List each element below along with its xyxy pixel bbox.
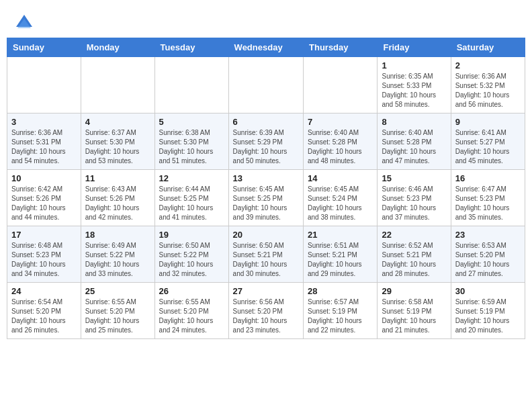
day-info: Sunrise: 6:48 AM Sunset: 5:23 PM Dayligh… [11, 241, 77, 279]
calendar-table: SundayMondayTuesdayWednesdayThursdayFrid… [7, 38, 525, 339]
calendar-week-5: 24Sunrise: 6:54 AM Sunset: 5:20 PM Dayli… [7, 283, 525, 339]
calendar-cell: 28Sunrise: 6:57 AM Sunset: 5:19 PM Dayli… [304, 283, 378, 339]
calendar-cell: 20Sunrise: 6:50 AM Sunset: 5:21 PM Dayli… [228, 226, 303, 283]
day-number: 18 [85, 230, 150, 240]
logo [13, 12, 34, 31]
calendar-week-2: 3Sunrise: 6:36 AM Sunset: 5:31 PM Daylig… [7, 113, 525, 170]
calendar-header: SundayMondayTuesdayWednesdayThursdayFrid… [7, 38, 525, 57]
day-number: 12 [159, 173, 224, 183]
day-number: 21 [308, 230, 373, 240]
calendar-cell: 1Sunrise: 6:35 AM Sunset: 5:33 PM Daylig… [378, 57, 451, 113]
day-number: 11 [85, 173, 150, 183]
day-number: 14 [308, 173, 373, 183]
logo-icon [15, 12, 34, 31]
day-info: Sunrise: 6:56 AM Sunset: 5:20 PM Dayligh… [233, 298, 299, 335]
day-info: Sunrise: 6:45 AM Sunset: 5:25 PM Dayligh… [233, 185, 299, 222]
calendar-cell [7, 57, 81, 113]
day-info: Sunrise: 6:51 AM Sunset: 5:21 PM Dayligh… [308, 241, 373, 279]
calendar-week-4: 17Sunrise: 6:48 AM Sunset: 5:23 PM Dayli… [7, 226, 525, 283]
calendar-cell: 27Sunrise: 6:56 AM Sunset: 5:20 PM Dayli… [228, 283, 303, 339]
day-info: Sunrise: 6:53 AM Sunset: 5:20 PM Dayligh… [455, 241, 521, 279]
calendar-cell: 24Sunrise: 6:54 AM Sunset: 5:20 PM Dayli… [7, 283, 81, 339]
day-info: Sunrise: 6:41 AM Sunset: 5:27 PM Dayligh… [455, 128, 521, 166]
calendar-cell: 11Sunrise: 6:43 AM Sunset: 5:26 PM Dayli… [81, 170, 154, 226]
day-number: 13 [233, 173, 299, 183]
day-number: 3 [11, 117, 77, 127]
day-number: 26 [159, 286, 224, 296]
day-number: 8 [382, 117, 446, 127]
day-info: Sunrise: 6:47 AM Sunset: 5:23 PM Dayligh… [455, 185, 521, 222]
calendar-cell: 4Sunrise: 6:37 AM Sunset: 5:30 PM Daylig… [81, 113, 154, 170]
day-number: 25 [85, 286, 150, 296]
calendar-cell [81, 57, 154, 113]
day-number: 27 [233, 286, 299, 296]
calendar-body: 1Sunrise: 6:35 AM Sunset: 5:33 PM Daylig… [7, 57, 525, 339]
calendar-cell: 12Sunrise: 6:44 AM Sunset: 5:25 PM Dayli… [154, 170, 228, 226]
day-number: 7 [308, 117, 373, 127]
calendar-cell [304, 57, 378, 113]
day-number: 15 [382, 173, 446, 183]
day-info: Sunrise: 6:39 AM Sunset: 5:29 PM Dayligh… [233, 128, 299, 166]
calendar-cell: 29Sunrise: 6:58 AM Sunset: 5:19 PM Dayli… [378, 283, 451, 339]
day-info: Sunrise: 6:40 AM Sunset: 5:28 PM Dayligh… [382, 128, 446, 166]
calendar-cell: 18Sunrise: 6:49 AM Sunset: 5:22 PM Dayli… [81, 226, 154, 283]
calendar-wrapper: SundayMondayTuesdayWednesdayThursdayFrid… [0, 38, 532, 346]
day-info: Sunrise: 6:55 AM Sunset: 5:20 PM Dayligh… [159, 298, 224, 335]
day-number: 29 [382, 286, 446, 296]
day-info: Sunrise: 6:55 AM Sunset: 5:20 PM Dayligh… [85, 298, 150, 335]
calendar-cell: 6Sunrise: 6:39 AM Sunset: 5:29 PM Daylig… [228, 113, 303, 170]
day-number: 22 [382, 230, 446, 240]
day-info: Sunrise: 6:58 AM Sunset: 5:19 PM Dayligh… [382, 298, 446, 335]
day-number: 4 [85, 117, 150, 127]
day-number: 10 [11, 173, 77, 183]
day-number: 17 [11, 230, 77, 240]
weekday-header-thursday: Thursday [304, 38, 378, 57]
calendar-cell: 26Sunrise: 6:55 AM Sunset: 5:20 PM Dayli… [154, 283, 228, 339]
calendar-cell: 21Sunrise: 6:51 AM Sunset: 5:21 PM Dayli… [304, 226, 378, 283]
calendar-cell: 16Sunrise: 6:47 AM Sunset: 5:23 PM Dayli… [451, 170, 525, 226]
day-number: 19 [159, 230, 224, 240]
calendar-cell: 19Sunrise: 6:50 AM Sunset: 5:22 PM Dayli… [154, 226, 228, 283]
day-info: Sunrise: 6:35 AM Sunset: 5:33 PM Dayligh… [382, 72, 446, 109]
day-number: 23 [455, 230, 521, 240]
weekday-header-friday: Friday [378, 38, 451, 57]
calendar-cell: 5Sunrise: 6:38 AM Sunset: 5:30 PM Daylig… [154, 113, 228, 170]
day-info: Sunrise: 6:40 AM Sunset: 5:28 PM Dayligh… [308, 128, 373, 166]
calendar-cell: 23Sunrise: 6:53 AM Sunset: 5:20 PM Dayli… [451, 226, 525, 283]
day-number: 1 [382, 60, 446, 71]
weekday-header-saturday: Saturday [451, 38, 525, 57]
calendar-cell: 17Sunrise: 6:48 AM Sunset: 5:23 PM Dayli… [7, 226, 81, 283]
day-info: Sunrise: 6:43 AM Sunset: 5:26 PM Dayligh… [85, 185, 150, 222]
calendar-cell: 3Sunrise: 6:36 AM Sunset: 5:31 PM Daylig… [7, 113, 81, 170]
calendar-cell: 8Sunrise: 6:40 AM Sunset: 5:28 PM Daylig… [378, 113, 451, 170]
calendar-cell [154, 57, 228, 113]
calendar-cell: 22Sunrise: 6:52 AM Sunset: 5:21 PM Dayli… [378, 226, 451, 283]
day-info: Sunrise: 6:38 AM Sunset: 5:30 PM Dayligh… [159, 128, 224, 166]
calendar-cell: 2Sunrise: 6:36 AM Sunset: 5:32 PM Daylig… [451, 57, 525, 113]
day-number: 16 [455, 173, 521, 183]
day-info: Sunrise: 6:54 AM Sunset: 5:20 PM Dayligh… [11, 298, 77, 335]
day-info: Sunrise: 6:45 AM Sunset: 5:24 PM Dayligh… [308, 185, 373, 222]
day-number: 20 [233, 230, 299, 240]
weekday-header-wednesday: Wednesday [228, 38, 303, 57]
page-header [0, 0, 532, 38]
day-info: Sunrise: 6:36 AM Sunset: 5:32 PM Dayligh… [455, 72, 521, 109]
calendar-cell: 13Sunrise: 6:45 AM Sunset: 5:25 PM Dayli… [228, 170, 303, 226]
calendar-cell [228, 57, 303, 113]
day-info: Sunrise: 6:44 AM Sunset: 5:25 PM Dayligh… [159, 185, 224, 222]
calendar-cell: 30Sunrise: 6:59 AM Sunset: 5:19 PM Dayli… [451, 283, 525, 339]
calendar-cell: 25Sunrise: 6:55 AM Sunset: 5:20 PM Dayli… [81, 283, 154, 339]
day-number: 30 [455, 286, 521, 296]
day-info: Sunrise: 6:52 AM Sunset: 5:21 PM Dayligh… [382, 241, 446, 279]
weekday-header-tuesday: Tuesday [154, 38, 228, 57]
weekday-header-monday: Monday [81, 38, 154, 57]
day-info: Sunrise: 6:49 AM Sunset: 5:22 PM Dayligh… [85, 241, 150, 279]
day-number: 24 [11, 286, 77, 296]
calendar-week-1: 1Sunrise: 6:35 AM Sunset: 5:33 PM Daylig… [7, 57, 525, 113]
day-info: Sunrise: 6:50 AM Sunset: 5:22 PM Dayligh… [159, 241, 224, 279]
day-info: Sunrise: 6:50 AM Sunset: 5:21 PM Dayligh… [233, 241, 299, 279]
calendar-week-3: 10Sunrise: 6:42 AM Sunset: 5:26 PM Dayli… [7, 170, 525, 226]
day-info: Sunrise: 6:59 AM Sunset: 5:19 PM Dayligh… [455, 298, 521, 335]
calendar-cell: 10Sunrise: 6:42 AM Sunset: 5:26 PM Dayli… [7, 170, 81, 226]
day-number: 2 [455, 60, 521, 71]
